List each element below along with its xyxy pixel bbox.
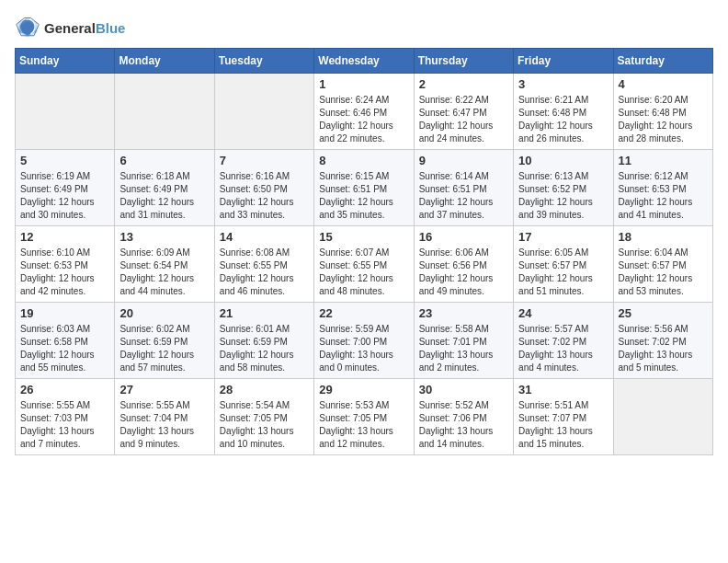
sunrise-text: Sunrise: 6:09 AM bbox=[119, 247, 209, 259]
calendar-cell: 21Sunrise: 6:01 AMSunset: 6:59 PMDayligh… bbox=[214, 303, 313, 379]
day-info: Sunrise: 6:15 AMSunset: 6:51 PMDaylight:… bbox=[319, 170, 408, 222]
sunset-text: Sunset: 7:07 PM bbox=[518, 412, 608, 425]
calendar-cell: 3Sunrise: 6:21 AMSunset: 6:48 PMDaylight… bbox=[514, 74, 613, 150]
day-number: 10 bbox=[518, 154, 608, 167]
calendar-week-5: 26Sunrise: 5:55 AMSunset: 7:03 PMDayligh… bbox=[16, 379, 713, 455]
sunset-text: Sunset: 6:46 PM bbox=[319, 107, 408, 120]
day-info: Sunrise: 5:52 AMSunset: 7:06 PMDaylight:… bbox=[419, 399, 508, 451]
sunset-text: Sunset: 6:57 PM bbox=[619, 259, 708, 272]
daylight-text: Daylight: 12 hours and 58 minutes. bbox=[220, 349, 309, 374]
daylight-text: Daylight: 12 hours and 41 minutes. bbox=[619, 196, 708, 222]
sunrise-text: Sunrise: 6:13 AM bbox=[518, 170, 608, 183]
daylight-text: Daylight: 13 hours and 15 minutes. bbox=[518, 425, 608, 451]
sunrise-text: Sunrise: 5:54 AM bbox=[220, 399, 309, 412]
calendar-cell: 14Sunrise: 6:08 AMSunset: 6:55 PMDayligh… bbox=[214, 226, 313, 303]
daylight-text: Daylight: 13 hours and 7 minutes. bbox=[20, 425, 109, 451]
day-info: Sunrise: 6:12 AMSunset: 6:53 PMDaylight:… bbox=[619, 170, 708, 222]
calendar-cell bbox=[613, 379, 712, 455]
day-info: Sunrise: 6:18 AMSunset: 6:49 PMDaylight:… bbox=[119, 170, 209, 222]
calendar-cell: 16Sunrise: 6:06 AMSunset: 6:56 PMDayligh… bbox=[414, 226, 513, 303]
calendar-header-row: SundayMondayTuesdayWednesdayThursdayFrid… bbox=[16, 49, 713, 74]
calendar-cell: 29Sunrise: 5:53 AMSunset: 7:05 PMDayligh… bbox=[314, 379, 414, 455]
sunrise-text: Sunrise: 6:06 AM bbox=[419, 247, 508, 259]
sunset-text: Sunset: 7:02 PM bbox=[518, 336, 608, 349]
daylight-text: Daylight: 12 hours and 53 minutes. bbox=[619, 272, 708, 298]
sunset-text: Sunset: 6:48 PM bbox=[619, 107, 708, 120]
day-number: 27 bbox=[119, 383, 209, 396]
calendar-cell: 24Sunrise: 5:57 AMSunset: 7:02 PMDayligh… bbox=[514, 303, 613, 379]
daylight-text: Daylight: 12 hours and 55 minutes. bbox=[20, 349, 109, 374]
sunrise-text: Sunrise: 6:08 AM bbox=[220, 247, 309, 259]
day-number: 13 bbox=[119, 230, 209, 244]
calendar-cell: 25Sunrise: 5:56 AMSunset: 7:02 PMDayligh… bbox=[613, 303, 712, 379]
day-number: 20 bbox=[119, 306, 209, 320]
day-info: Sunrise: 5:57 AMSunset: 7:02 PMDaylight:… bbox=[518, 323, 608, 374]
sunrise-text: Sunrise: 6:15 AM bbox=[319, 170, 408, 183]
sunset-text: Sunset: 6:55 PM bbox=[220, 259, 309, 272]
calendar-body: 1Sunrise: 6:24 AMSunset: 6:46 PMDaylight… bbox=[16, 74, 713, 455]
calendar-cell bbox=[115, 74, 214, 150]
day-number: 6 bbox=[119, 154, 209, 167]
day-number: 15 bbox=[319, 230, 408, 244]
day-info: Sunrise: 6:14 AMSunset: 6:51 PMDaylight:… bbox=[419, 170, 508, 222]
weekday-header-sunday: Sunday bbox=[16, 49, 115, 74]
logo: GeneralBlue bbox=[15, 15, 125, 40]
day-number: 8 bbox=[319, 154, 408, 167]
sunset-text: Sunset: 6:48 PM bbox=[518, 107, 608, 120]
daylight-text: Daylight: 12 hours and 44 minutes. bbox=[119, 272, 209, 298]
day-number: 5 bbox=[20, 154, 109, 167]
weekday-header-tuesday: Tuesday bbox=[214, 49, 313, 74]
calendar-cell: 6Sunrise: 6:18 AMSunset: 6:49 PMDaylight… bbox=[115, 150, 214, 226]
calendar-cell: 2Sunrise: 6:22 AMSunset: 6:47 PMDaylight… bbox=[414, 74, 513, 150]
sunrise-text: Sunrise: 5:56 AM bbox=[619, 323, 708, 336]
sunrise-text: Sunrise: 6:21 AM bbox=[518, 94, 608, 107]
calendar-cell: 7Sunrise: 6:16 AMSunset: 6:50 PMDaylight… bbox=[214, 150, 313, 226]
sunrise-text: Sunrise: 5:55 AM bbox=[119, 399, 209, 412]
sunrise-text: Sunrise: 5:51 AM bbox=[518, 399, 608, 412]
daylight-text: Daylight: 12 hours and 35 minutes. bbox=[319, 196, 408, 222]
daylight-text: Daylight: 12 hours and 51 minutes. bbox=[518, 272, 608, 298]
calendar-cell: 30Sunrise: 5:52 AMSunset: 7:06 PMDayligh… bbox=[414, 379, 513, 455]
daylight-text: Daylight: 12 hours and 28 minutes. bbox=[619, 120, 708, 145]
sunset-text: Sunset: 7:00 PM bbox=[319, 336, 408, 349]
day-info: Sunrise: 5:51 AMSunset: 7:07 PMDaylight:… bbox=[518, 399, 608, 451]
daylight-text: Daylight: 13 hours and 5 minutes. bbox=[619, 349, 708, 374]
sunset-text: Sunset: 6:53 PM bbox=[20, 259, 109, 272]
daylight-text: Daylight: 12 hours and 31 minutes. bbox=[119, 196, 209, 222]
sunset-text: Sunset: 7:02 PM bbox=[619, 336, 708, 349]
logo-icon bbox=[15, 15, 40, 40]
sunrise-text: Sunrise: 6:10 AM bbox=[20, 247, 109, 259]
sunrise-text: Sunrise: 6:12 AM bbox=[619, 170, 708, 183]
sunset-text: Sunset: 6:47 PM bbox=[419, 107, 508, 120]
weekday-header-saturday: Saturday bbox=[613, 49, 712, 74]
daylight-text: Daylight: 13 hours and 9 minutes. bbox=[119, 425, 209, 451]
day-info: Sunrise: 6:01 AMSunset: 6:59 PMDaylight:… bbox=[220, 323, 309, 374]
day-number: 21 bbox=[220, 306, 309, 320]
sunrise-text: Sunrise: 6:03 AM bbox=[20, 323, 109, 336]
sunrise-text: Sunrise: 6:19 AM bbox=[20, 170, 109, 183]
daylight-text: Daylight: 13 hours and 10 minutes. bbox=[220, 425, 309, 451]
day-info: Sunrise: 5:55 AMSunset: 7:03 PMDaylight:… bbox=[20, 399, 109, 451]
calendar-cell: 11Sunrise: 6:12 AMSunset: 6:53 PMDayligh… bbox=[613, 150, 712, 226]
day-number: 1 bbox=[319, 77, 408, 91]
calendar-table: SundayMondayTuesdayWednesdayThursdayFrid… bbox=[15, 48, 713, 455]
daylight-text: Daylight: 12 hours and 57 minutes. bbox=[119, 349, 209, 374]
day-info: Sunrise: 6:24 AMSunset: 6:46 PMDaylight:… bbox=[319, 94, 408, 145]
sunset-text: Sunset: 7:05 PM bbox=[220, 412, 309, 425]
sunrise-text: Sunrise: 5:52 AM bbox=[419, 399, 508, 412]
daylight-text: Daylight: 13 hours and 2 minutes. bbox=[419, 349, 508, 374]
day-info: Sunrise: 6:04 AMSunset: 6:57 PMDaylight:… bbox=[619, 247, 708, 298]
sunrise-text: Sunrise: 5:57 AM bbox=[518, 323, 608, 336]
day-info: Sunrise: 6:06 AMSunset: 6:56 PMDaylight:… bbox=[419, 247, 508, 298]
day-info: Sunrise: 5:59 AMSunset: 7:00 PMDaylight:… bbox=[319, 323, 408, 374]
day-info: Sunrise: 6:08 AMSunset: 6:55 PMDaylight:… bbox=[220, 247, 309, 298]
calendar-week-4: 19Sunrise: 6:03 AMSunset: 6:58 PMDayligh… bbox=[16, 303, 713, 379]
sunset-text: Sunset: 6:56 PM bbox=[419, 259, 508, 272]
sunset-text: Sunset: 6:49 PM bbox=[20, 183, 109, 196]
day-info: Sunrise: 6:16 AMSunset: 6:50 PMDaylight:… bbox=[220, 170, 309, 222]
day-number: 17 bbox=[518, 230, 608, 244]
sunrise-text: Sunrise: 6:16 AM bbox=[220, 170, 309, 183]
day-number: 31 bbox=[518, 383, 608, 396]
calendar-cell: 10Sunrise: 6:13 AMSunset: 6:52 PMDayligh… bbox=[514, 150, 613, 226]
sunset-text: Sunset: 6:58 PM bbox=[20, 336, 109, 349]
